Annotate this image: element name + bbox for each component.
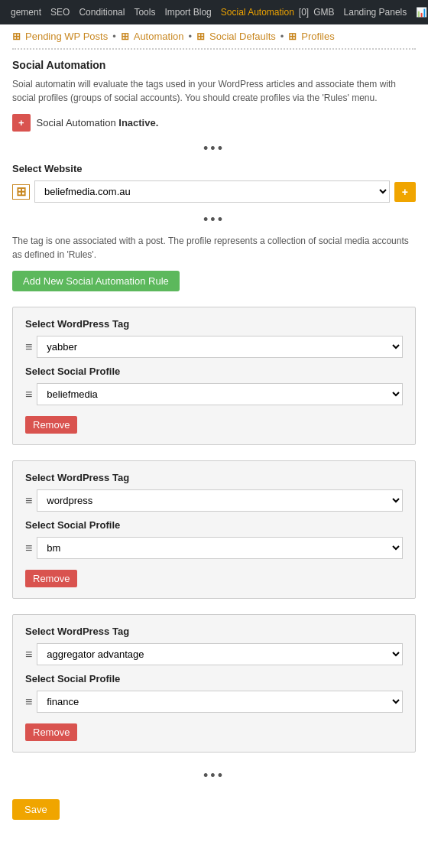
- website-select[interactable]: beliefmedia.com.au: [34, 180, 390, 203]
- rule-card-2-tag-row: ≡ wordpress: [25, 489, 403, 512]
- hamburger-icon-2: ≡: [25, 494, 32, 508]
- nav-chart-icon[interactable]: 📊: [411, 0, 428, 24]
- rule-card-1: Select WordPress Tag ≡ yabber Select Soc…: [12, 307, 416, 445]
- subnav-profiles[interactable]: Profiles: [301, 31, 334, 42]
- nav-gmb[interactable]: GMB: [309, 0, 339, 24]
- rule-card-2-profile-label: Select Social Profile: [25, 519, 403, 531]
- rule-card-2: Select WordPress Tag ≡ wordpress Select …: [12, 460, 416, 599]
- website-plus-icon[interactable]: ⊞: [12, 184, 30, 200]
- rule-card-1-profile-row: ≡ beliefmedia: [25, 383, 403, 405]
- rule-card-3-tag-select[interactable]: aggregator advantage: [37, 643, 403, 665]
- remove-button-1[interactable]: Remove: [25, 416, 77, 434]
- main-content: Social Automation Soial automatin will e…: [0, 59, 428, 835]
- hamburger-icon-1b: ≡: [25, 388, 32, 401]
- toggle-row: + Social Automation Inactive.: [12, 114, 416, 132]
- add-rule-button[interactable]: Add New Social Automation Rule: [12, 271, 180, 291]
- rule-card-3: Select WordPress Tag ≡ aggregator advant…: [12, 614, 416, 753]
- top-nav: gement SEO Conditional Tools Import Blog…: [0, 0, 428, 24]
- section-title: Social Automation: [12, 59, 416, 71]
- hamburger-icon-3b: ≡: [25, 695, 32, 709]
- select-website-label: Select Website: [12, 163, 416, 174]
- info-text: The tag is one associated with a post. T…: [12, 234, 416, 262]
- rule-card-3-profile-row: ≡ finance: [25, 691, 403, 713]
- rule-card-2-profile-select[interactable]: bm: [37, 537, 403, 559]
- hamburger-icon-2b: ≡: [25, 541, 32, 555]
- rule-card-3-tag-label: Select WordPress Tag: [25, 626, 403, 637]
- rule-card-1-profile-label: Select Social Profile: [25, 366, 403, 377]
- rule-card-3-tag-row: ≡ aggregator advantage: [25, 643, 403, 665]
- nav-conditional[interactable]: Conditional: [74, 0, 129, 24]
- dots-3: •••: [12, 768, 416, 784]
- dots-1: •••: [12, 141, 416, 157]
- nav-landing-panels[interactable]: Landing Panels: [339, 0, 412, 24]
- dots-2: •••: [12, 212, 416, 228]
- plus-social-defaults: ⊞: [196, 31, 205, 42]
- nav-pending-posts[interactable]: Social Automation: [216, 0, 299, 24]
- add-website-button[interactable]: +: [394, 182, 416, 202]
- hamburger-icon-3: ≡: [25, 648, 32, 662]
- nav-tools[interactable]: Tools: [129, 0, 160, 24]
- rule-card-2-profile-row: ≡ bm: [25, 537, 403, 559]
- rule-card-3-profile-label: Select Social Profile: [25, 673, 403, 684]
- rule-card-1-tag-label: Select WordPress Tag: [25, 318, 403, 330]
- remove-button-3[interactable]: Remove: [25, 723, 77, 741]
- rule-card-1-tag-row: ≡ yabber: [25, 336, 403, 358]
- nav-management[interactable]: gement: [6, 0, 46, 24]
- sub-nav: ⊞ Pending WP Posts • ⊞ Automation • ⊞ So…: [0, 24, 428, 45]
- nav-import-blog[interactable]: Import Blog: [160, 0, 216, 24]
- remove-button-2[interactable]: Remove: [25, 570, 77, 587]
- subnav-social-defaults[interactable]: Social Defaults: [209, 31, 276, 42]
- plus-pending-wp: ⊞: [12, 31, 21, 42]
- description-text: Soial automatin will evaluate the tags u…: [12, 77, 416, 105]
- hamburger-icon-1: ≡: [25, 340, 32, 354]
- nav-seo[interactable]: SEO: [46, 0, 74, 24]
- rule-card-2-tag-select[interactable]: wordpress: [37, 489, 403, 512]
- rule-card-3-profile-select[interactable]: finance: [37, 691, 403, 713]
- dotted-divider: [12, 48, 416, 50]
- nav-count-bracket: [0]: [299, 7, 309, 18]
- plus-automation: ⊞: [121, 31, 129, 42]
- rule-card-1-profile-select[interactable]: beliefmedia: [37, 383, 403, 405]
- toggle-automation-button[interactable]: +: [12, 114, 31, 132]
- rule-card-2-tag-label: Select WordPress Tag: [25, 472, 403, 483]
- save-button[interactable]: Save: [12, 799, 60, 820]
- toggle-status-label: Social Automation Inactive.: [37, 117, 159, 128]
- subnav-pending-wp-posts[interactable]: Pending WP Posts: [25, 31, 108, 42]
- plus-profiles: ⊞: [288, 31, 297, 42]
- website-row: ⊞ beliefmedia.com.au +: [12, 180, 416, 203]
- subnav-automation[interactable]: Automation: [134, 31, 184, 42]
- rule-card-1-tag-select[interactable]: yabber: [37, 336, 403, 358]
